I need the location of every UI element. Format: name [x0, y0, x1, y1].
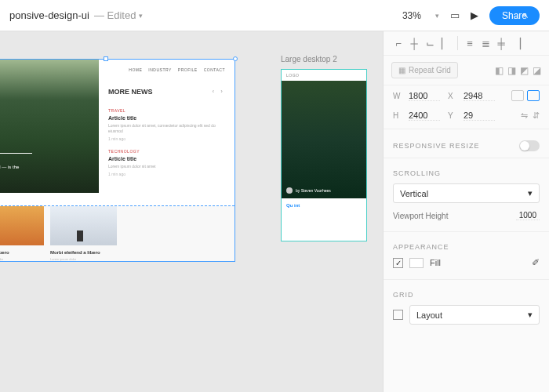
boolean-add-icon[interactable]: ◧ [495, 65, 504, 76]
article-title: Article title [108, 115, 225, 121]
grid-checkbox[interactable] [393, 310, 403, 320]
appearance-header: APPEARANCE [384, 235, 549, 254]
edited-status: — Edited [94, 9, 136, 21]
card-body: Lorem ipsum dolor [50, 257, 117, 261]
height-input[interactable]: 2400 [409, 111, 440, 121]
x-input[interactable]: 2948 [464, 91, 495, 101]
chevron-down-icon[interactable]: ▾ [139, 12, 143, 20]
category-label: TECHNOLOGY [108, 149, 225, 154]
align-left-icon[interactable]: ▏ [438, 36, 453, 50]
responsive-toggle[interactable] [519, 140, 540, 151]
distribute-v-icon[interactable]: ≣ [478, 36, 493, 50]
document-title: ponsive-design-ui [9, 9, 89, 21]
grid-layout-select[interactable]: Layout▾ [409, 305, 540, 325]
align-tools: ⌐ ┼ ⌙ ▏ ≡ ≣ ╪ ▕ [384, 31, 549, 56]
fill-checkbox[interactable]: ✓ [393, 258, 403, 268]
play-icon[interactable]: ▶ [471, 9, 478, 21]
width-label: W [393, 92, 401, 100]
y-label: Y [448, 111, 456, 120]
grid-icon: ▦ [398, 66, 405, 74]
x-label: X [448, 92, 456, 100]
device-preview-icon[interactable]: ▭ [450, 9, 460, 21]
cursor-icon: ↖ [522, 11, 529, 20]
card: Morbi eleifend a libero Lorem ipsum dolo… [50, 206, 117, 261]
card: eifend a libero Lorem ipsum dolor [0, 206, 44, 261]
hero-image: ur ideal — is the [0, 60, 99, 193]
flip-horizontal-icon[interactable]: ⇋ [521, 111, 528, 121]
teaser-text: Qu int [282, 198, 366, 214]
hero-image: by Steven Voorhees [282, 81, 366, 198]
chevron-down-icon: ▾ [528, 188, 533, 198]
chevron-down-icon: ▾ [528, 310, 533, 320]
card-title: Morbi eleifend a libero [50, 250, 117, 255]
canvas[interactable]: ur ideal — is the HOMEINDUSTRYPROFILECON… [0, 31, 383, 392]
eyedropper-icon[interactable]: ✐ [532, 257, 540, 268]
align-middle-icon[interactable]: ┼ [407, 36, 421, 50]
article-body: Lorem ipsum dolor sit amet, consectetur … [108, 123, 225, 134]
boolean-exclude-icon[interactable]: ◪ [533, 65, 541, 76]
more-news-heading: MORE NEWS‹ › [108, 88, 225, 96]
logo-text: LOGO [282, 70, 366, 81]
article-body: Lorem ipsum dolor sit amet [108, 164, 225, 169]
card-grid: eifend a libero Lorem ipsum dolor Morbi … [0, 205, 235, 261]
article-title: Article title [108, 156, 225, 162]
align-bottom-icon[interactable]: ⌙ [423, 36, 437, 50]
flip-vertical-icon[interactable]: ⇵ [533, 111, 540, 121]
artboard-label[interactable]: Large desktop 2 [281, 55, 337, 64]
align-right-icon[interactable]: ▕ [510, 36, 524, 50]
card-title: eifend a libero [0, 250, 44, 255]
card-image [0, 206, 44, 245]
align-center-icon[interactable]: ╪ [494, 36, 508, 50]
distribute-h-icon[interactable]: ≡ [463, 36, 477, 50]
card-body: Lorem ipsum dolor [0, 257, 44, 261]
artboard-selected[interactable]: ur ideal — is the HOMEINDUSTRYPROFILECON… [0, 59, 235, 262]
fill-swatch[interactable] [409, 258, 424, 268]
width-input[interactable]: 1800 [409, 91, 440, 101]
card-image [50, 206, 117, 245]
portrait-icon[interactable] [511, 90, 524, 101]
article-meta: 1 min ago [108, 172, 225, 176]
resize-handle[interactable] [104, 56, 108, 61]
rotate-handle[interactable] [233, 56, 238, 61]
author-byline: by Steven Voorhees [286, 187, 331, 194]
hero-caption: ur ideal — is the [0, 165, 19, 169]
boolean-subtract-icon[interactable]: ◨ [507, 65, 516, 76]
share-button[interactable]: Share↖ [489, 6, 540, 25]
main-area: ur ideal — is the HOMEINDUSTRYPROFILECON… [0, 31, 549, 392]
responsive-resize-header: RESPONSIVE RESIZE [384, 132, 549, 154]
article-meta: 1 min ago [108, 136, 225, 141]
align-top-icon[interactable]: ⌐ [391, 36, 405, 50]
scrolling-header: SCROLLING [384, 162, 549, 180]
scrolling-select[interactable]: Vertical▾ [393, 183, 540, 203]
viewport-height-input[interactable]: 1000 [516, 211, 540, 220]
inspector-panel: ⌐ ┼ ⌙ ▏ ≡ ≣ ╪ ▕ ▦Repeat Grid ◧ ◨ ◩ ◪ W 1… [383, 31, 549, 392]
top-bar: ponsive-design-ui — Edited ▾ 33% ▾ ▭ ▶ S… [0, 0, 549, 31]
grid-header: GRID [384, 283, 549, 302]
artboard-large-desktop-2[interactable]: LOGO by Steven Voorhees Qu int [281, 69, 367, 241]
artboard-nav: HOMEINDUSTRYPROFILECONTACT [108, 67, 225, 72]
zoom-chevron-icon[interactable]: ▾ [435, 12, 439, 20]
y-input[interactable]: 29 [464, 111, 495, 121]
repeat-grid-button[interactable]: ▦Repeat Grid [391, 62, 458, 78]
height-label: H [393, 111, 401, 120]
zoom-level[interactable]: 33% [402, 10, 421, 21]
avatar [286, 187, 293, 194]
landscape-icon[interactable] [527, 90, 540, 101]
fill-label: Fill [430, 258, 441, 267]
boolean-intersect-icon[interactable]: ◩ [520, 65, 529, 76]
hero-section: ur ideal — is the HOMEINDUSTRYPROFILECON… [0, 60, 235, 193]
category-label: TRAVEL [108, 108, 225, 113]
viewport-height-label: Viewport Height [393, 212, 448, 220]
